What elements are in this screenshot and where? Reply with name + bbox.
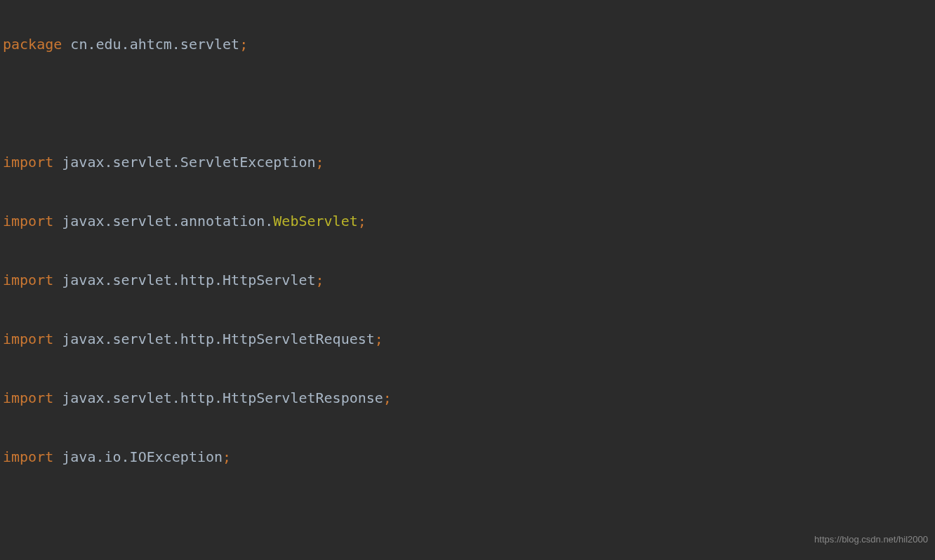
keyword-import: import [3,272,53,288]
package-name: cn.edu.ahtcm.servlet [62,36,239,53]
watermark-text: https://blog.csdn.net/hil2000 [814,525,928,554]
code-line: package cn.edu.ahtcm.servlet; [3,29,935,59]
code-line: import java.io.IOException; [3,442,935,472]
semicolon: ; [316,272,324,288]
keyword-import: import [3,448,53,465]
code-line: import javax.servlet.http.HttpServletRes… [3,383,935,413]
import-path: javax.servlet.http.HttpServlet [53,272,315,288]
keyword-import: import [3,154,53,171]
semicolon: ; [383,389,392,406]
keyword-import: import [3,389,53,406]
semicolon: ; [223,448,231,465]
import-path: javax.servlet.annotation. [53,213,273,229]
code-line-blank [3,501,935,531]
import-path: javax.servlet.http.HttpServletResponse [53,389,383,406]
annotation-class: WebServlet [273,213,357,229]
keyword-import: import [3,331,53,347]
semicolon: ; [375,331,383,347]
import-path: java.io.IOException [53,448,223,465]
code-line-blank [3,88,935,118]
keyword-package: package [3,36,62,53]
semicolon: ; [239,36,248,53]
keyword-import: import [3,213,53,229]
import-path: javax.servlet.ServletException [53,154,315,171]
semicolon: ; [316,154,324,171]
semicolon: ; [358,213,366,229]
code-line: import javax.servlet.ServletException; [3,147,935,177]
code-line: import javax.servlet.http.HttpServletReq… [3,324,935,354]
code-line: import javax.servlet.http.HttpServlet; [3,265,935,295]
code-editor[interactable]: package cn.edu.ahtcm.servlet; import jav… [0,0,935,560]
code-line: import javax.servlet.annotation.WebServl… [3,206,935,236]
import-path: javax.servlet.http.HttpServletRequest [53,331,375,347]
